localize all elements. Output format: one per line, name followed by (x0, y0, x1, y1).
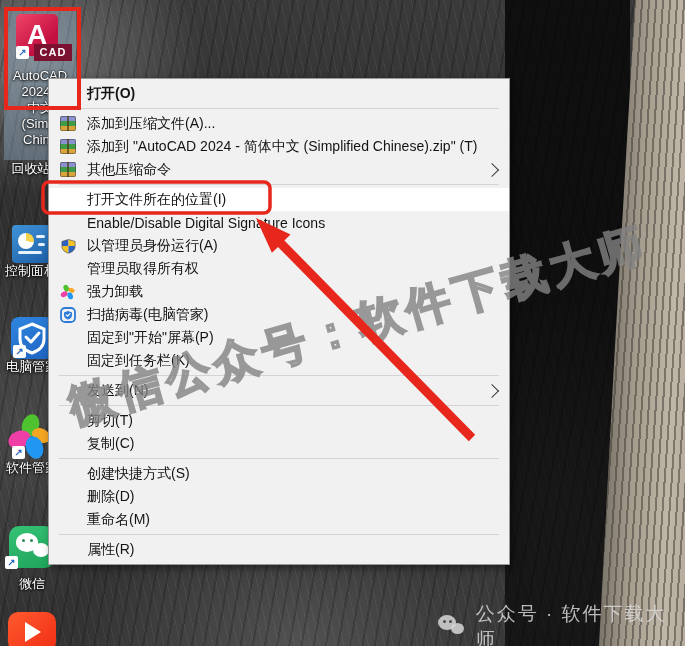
menu-item-label: 添加到压缩文件(A)... (87, 115, 215, 133)
shortcut-arrow-icon: ↗ (12, 446, 25, 459)
menu-item-pin-to-taskbar[interactable]: 固定到任务栏(K) (49, 349, 509, 372)
menu-item-delete[interactable]: 删除(D) (49, 485, 509, 508)
pc-manager-shield-icon: ↗ (11, 317, 53, 359)
wechat-label: 微信 (0, 576, 64, 592)
power-uninstall-icon (59, 284, 77, 300)
menu-item-open[interactable]: 打开(O) (49, 82, 509, 105)
antivirus-shield-icon (59, 307, 77, 323)
menu-icon-slot (59, 215, 77, 231)
menu-item-create-shortcut[interactable]: 创建快捷方式(S) (49, 462, 509, 485)
play-triangle-glyph (25, 622, 41, 642)
winrar-icon (59, 162, 77, 178)
shortcut-arrow-icon: ↗ (13, 345, 26, 358)
footer-text: 公众号 · 软件下载大师 (476, 601, 685, 646)
menu-icon-slot (59, 383, 77, 399)
submenu-chevron-icon (485, 162, 499, 176)
footer-watermark: 公众号 · 软件下载大师 (438, 601, 685, 646)
shortcut-arrow-icon: ↗ (5, 556, 18, 569)
menu-item-properties[interactable]: 属性(R) (49, 538, 509, 561)
menu-icon-slot (59, 489, 77, 505)
winrar-icon (59, 116, 77, 132)
control-panel-icon (12, 225, 50, 263)
menu-item-run-as-admin[interactable]: 以管理员身份运行(A) (49, 234, 509, 257)
menu-separator (59, 375, 499, 376)
wechat-eye (22, 539, 25, 542)
menu-icon-slot (59, 330, 77, 346)
menu-icon-slot (59, 192, 77, 208)
menu-item-label: 剪切(T) (87, 412, 133, 430)
menu-separator (59, 405, 499, 406)
menu-item-scan-virus[interactable]: 扫描病毒(电脑管家) (49, 303, 509, 326)
context-menu: 打开(O) 添加到压缩文件(A)... 添加到 "AutoCAD 2024 - … (48, 78, 510, 565)
menu-item-label: 强力卸载 (87, 283, 143, 301)
menu-item-label: 发送到(N) (87, 382, 148, 400)
menu-item-pin-to-start[interactable]: 固定到"开始"屏幕(P) (49, 326, 509, 349)
menu-icon-slot (59, 436, 77, 452)
menu-icon-slot (59, 466, 77, 482)
menu-item-label: 其他压缩命令 (87, 161, 171, 179)
menu-item-label: 属性(R) (87, 541, 134, 559)
menu-item-take-ownership[interactable]: 管理员取得所有权 (49, 257, 509, 280)
control-panel-line-glyph (36, 235, 45, 238)
video-play-icon (8, 612, 56, 646)
uac-shield-icon (59, 238, 77, 254)
menu-item-label: 管理员取得所有权 (87, 260, 199, 278)
menu-item-add-to-archive[interactable]: 添加到压缩文件(A)... (49, 112, 509, 135)
wechat-bubbles-icon (438, 615, 468, 639)
menu-item-rename[interactable]: 重命名(M) (49, 508, 509, 531)
menu-item-label: 打开文件所在的位置(I) (87, 191, 226, 209)
menu-item-send-to[interactable]: 发送到(N) (49, 379, 509, 402)
menu-separator (59, 184, 499, 185)
menu-separator (59, 108, 499, 109)
menu-item-label: 固定到"开始"屏幕(P) (87, 329, 214, 347)
menu-item-label: 以管理员身份运行(A) (87, 237, 218, 255)
menu-item-open-file-location[interactable]: 打开文件所在的位置(I) (49, 188, 509, 211)
menu-item-label: 重命名(M) (87, 511, 150, 529)
menu-separator (59, 534, 499, 535)
menu-item-digital-signature[interactable]: Enable/Disable Digital Signature Icons (49, 211, 509, 234)
desktop-icon-video-app[interactable] (0, 612, 64, 646)
menu-icon-slot (59, 542, 77, 558)
menu-icon-slot (59, 261, 77, 277)
autocad-cad-badge: CAD (34, 44, 72, 61)
control-panel-line-glyph (18, 251, 42, 254)
shortcut-arrow-icon: ↗ (16, 46, 29, 59)
menu-item-label: 复制(C) (87, 435, 134, 453)
menu-icon-slot (59, 353, 77, 369)
menu-item-label: 添加到 "AutoCAD 2024 - 简体中文 (Simplified Chi… (87, 138, 477, 156)
menu-item-label: 固定到任务栏(K) (87, 352, 190, 370)
menu-icon-slot (59, 413, 77, 429)
menu-item-label: 扫描病毒(电脑管家) (87, 306, 208, 324)
control-panel-pie-glyph (18, 233, 34, 249)
autocad-icon: A CAD ↗ (8, 14, 72, 66)
menu-item-label: 打开(O) (87, 85, 135, 103)
menu-item-copy[interactable]: 复制(C) (49, 432, 509, 455)
menu-icon-slot (59, 86, 77, 102)
wechat-bubble-small (33, 543, 49, 557)
menu-item-cut[interactable]: 剪切(T) (49, 409, 509, 432)
menu-item-label: Enable/Disable Digital Signature Icons (87, 215, 325, 231)
menu-item-label: 删除(D) (87, 488, 134, 506)
menu-item-other-compression[interactable]: 其他压缩命令 (49, 158, 509, 181)
wechat-eye (30, 539, 33, 542)
submenu-chevron-icon (485, 383, 499, 397)
winrar-icon (59, 139, 77, 155)
menu-item-add-to-zip[interactable]: 添加到 "AutoCAD 2024 - 简体中文 (Simplified Chi… (49, 135, 509, 158)
menu-item-force-uninstall[interactable]: 强力卸载 (49, 280, 509, 303)
menu-icon-slot (59, 512, 77, 528)
menu-item-label: 创建快捷方式(S) (87, 465, 190, 483)
control-panel-line-glyph (38, 243, 45, 246)
menu-separator (59, 458, 499, 459)
